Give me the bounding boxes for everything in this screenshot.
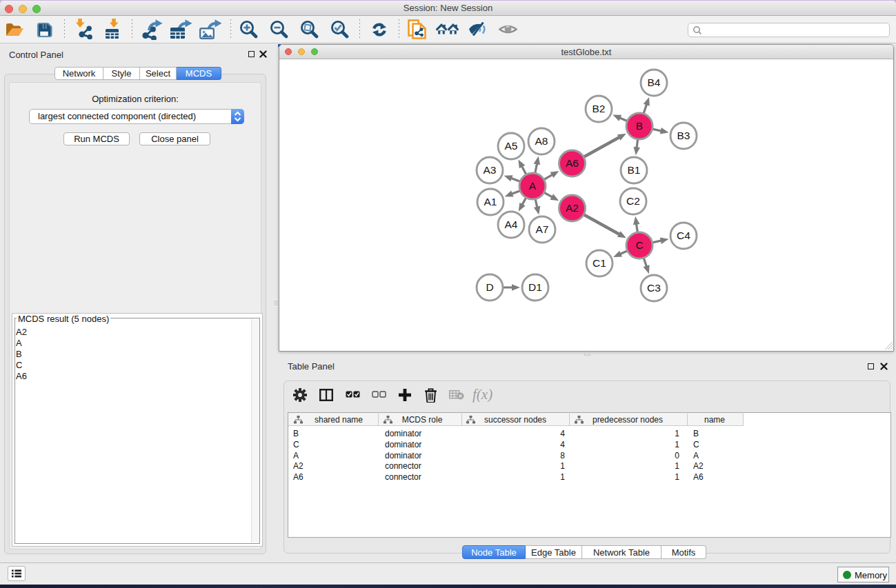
svg-text:A4: A4 (505, 219, 518, 230)
svg-text:A2: A2 (566, 202, 579, 214)
svg-text:B1: B1 (628, 164, 641, 176)
svg-text:D1: D1 (528, 281, 542, 293)
svg-text:A6: A6 (566, 157, 579, 169)
svg-text:A: A (529, 180, 537, 192)
svg-text:A8: A8 (535, 135, 548, 147)
svg-text:C4: C4 (677, 230, 690, 241)
svg-text:C2: C2 (626, 195, 640, 207)
svg-text:C: C (635, 239, 643, 251)
svg-text:B2: B2 (593, 103, 606, 114)
svg-text:C3: C3 (647, 282, 661, 294)
svg-text:A5: A5 (505, 140, 518, 152)
svg-text:B4: B4 (648, 77, 661, 88)
svg-text:A1: A1 (484, 196, 497, 207)
svg-text:B3: B3 (677, 130, 690, 141)
svg-text:A3: A3 (484, 164, 497, 176)
svg-text:C1: C1 (593, 257, 606, 269)
svg-text:B: B (636, 120, 643, 132)
svg-text:D: D (486, 281, 493, 293)
svg-text:A7: A7 (536, 223, 549, 235)
